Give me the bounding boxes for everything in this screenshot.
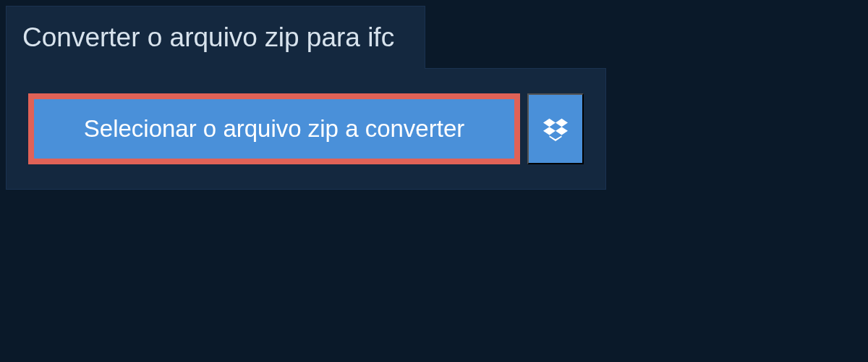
action-row: Selecionar o arquivo zip a converter <box>28 93 584 164</box>
converter-container: Converter o arquivo zip para ifc Selecio… <box>0 0 868 190</box>
select-file-label: Selecionar o arquivo zip a converter <box>84 115 464 142</box>
dropbox-button[interactable] <box>527 93 584 164</box>
page-title: Converter o arquivo zip para ifc <box>22 22 394 53</box>
select-file-button[interactable]: Selecionar o arquivo zip a converter <box>28 93 520 164</box>
dropbox-icon <box>543 117 568 141</box>
header-tab: Converter o arquivo zip para ifc <box>6 6 425 69</box>
converter-panel: Selecionar o arquivo zip a converter <box>6 68 606 190</box>
